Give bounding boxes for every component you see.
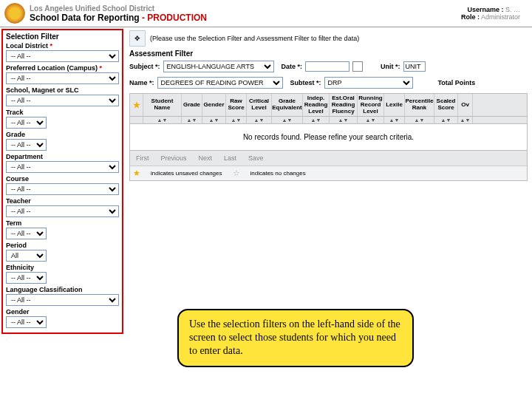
star-icon: ★ (133, 100, 140, 109)
sort-control[interactable]: ▲▼ (358, 117, 384, 123)
column-header[interactable]: Running Record Level (358, 94, 384, 116)
results-grid: ★Student NameGradeGenderRaw ScoreCritica… (129, 93, 528, 181)
instruction-callout: Use the selection filters on the left-ha… (177, 309, 414, 367)
column-header[interactable]: Student Name (143, 94, 182, 116)
selection-filter-panel: Selection Filter Local District *-- All … (1, 29, 123, 334)
district-name: Los Angeles Unified School District (30, 4, 461, 13)
filter-select-track[interactable]: -- All -- (6, 117, 47, 129)
filter-select-course[interactable]: -- All -- (6, 183, 119, 195)
filter-select-department[interactable]: -- All -- (6, 161, 119, 173)
filter-label: Grade (6, 131, 119, 138)
selection-filter-title: Selection Filter (6, 33, 119, 41)
filter-label: Department (6, 153, 119, 160)
filter-label: Local District * (6, 42, 119, 50)
assessment-row-1: Subject *: ENGLISH-LANGUAGE ARTS Date *:… (129, 61, 528, 72)
subtest-select[interactable]: DRP (324, 77, 413, 89)
district-logo (4, 3, 25, 24)
filter-select-term[interactable]: -- All -- (6, 228, 47, 239)
star-outline-icon: ☆ (233, 168, 240, 178)
content-area: ✥ (Please use the Selection Filter and A… (125, 27, 532, 335)
filter-select-teacher[interactable]: -- All -- (6, 205, 119, 217)
sort-control[interactable]: ▲▼ (384, 117, 405, 123)
column-header[interactable]: Ov (458, 94, 473, 116)
filter-label: Track (6, 109, 119, 116)
filter-label: Period (6, 242, 119, 249)
column-header[interactable]: Est.Oral Reading Fluency (330, 94, 358, 116)
date-label: Date *: (282, 63, 303, 70)
sort-control[interactable]: ▲▼ (405, 117, 434, 123)
sort-control[interactable]: ▲▼ (143, 117, 182, 123)
assessment-filter-title: Assessment Filter (129, 50, 528, 58)
column-header[interactable]: Indep. Reading Level (303, 94, 330, 116)
user-info: Username : S. … Role : Administrator (461, 6, 528, 21)
sort-control[interactable]: ▲▼ (272, 117, 303, 123)
filter-label: Term (6, 219, 119, 227)
pager-next[interactable]: Next (196, 154, 216, 163)
subject-select[interactable]: ENGLISH-LANGUAGE ARTS (163, 61, 274, 72)
sort-control[interactable]: ▲▼ (226, 117, 247, 123)
column-header[interactable]: Lexile (384, 94, 405, 116)
star-icon: ★ (133, 168, 140, 178)
subtest-label: Subtest *: (290, 79, 321, 86)
pager-first[interactable]: First (133, 154, 152, 163)
filter-label: Gender (6, 308, 119, 316)
sort-control[interactable]: ▲▼ (303, 117, 330, 123)
name-select[interactable]: DEGREES OF READING POWER (157, 77, 283, 89)
filter-select-grade[interactable]: -- All -- (6, 139, 47, 151)
env-label: - PRODUCTION (140, 13, 207, 23)
column-header[interactable]: Critical Level (247, 94, 272, 116)
filter-select-local-district[interactable]: -- All -- (6, 50, 119, 62)
filter-select-preferred-location-campus-[interactable]: -- All -- (6, 72, 119, 84)
sort-control[interactable]: ▲▼ (434, 117, 458, 123)
expand-collapse-icon[interactable]: ✥ (129, 30, 146, 47)
column-header[interactable]: Gender (202, 94, 226, 116)
date-input[interactable] (305, 61, 349, 72)
name-label: Name *: (129, 79, 154, 86)
sort-control[interactable]: ▲▼ (247, 117, 272, 123)
column-header[interactable]: Raw Score (226, 94, 247, 116)
header: Los Angeles Unified School District Scho… (0, 0, 532, 27)
column-header[interactable]: Scaled Score (434, 94, 458, 116)
filter-select-ethnicity[interactable]: -- All -- (6, 272, 47, 284)
filter-select-gender[interactable]: -- All -- (6, 316, 47, 328)
unit-label: Unit *: (381, 63, 400, 70)
assessment-row-2: Name *: DEGREES OF READING POWER Subtest… (129, 77, 528, 89)
pager: FirstPreviousNextLastSave (130, 150, 527, 166)
subject-label: Subject *: (129, 63, 160, 70)
unit-input[interactable] (403, 61, 426, 72)
filter-label: Teacher (6, 197, 119, 205)
sort-control[interactable]: ▲▼ (202, 117, 226, 123)
column-header[interactable]: Percentile Rank (405, 94, 434, 116)
filter-select-period[interactable]: All (6, 250, 47, 262)
filter-select-school-magnet-or-slc[interactable]: -- All -- (6, 95, 119, 106)
sort-control[interactable]: ▲▼ (182, 117, 202, 123)
pager-previous[interactable]: Previous (158, 154, 190, 163)
sort-control[interactable]: ▲▼ (330, 117, 358, 123)
total-points-label: Total Points (438, 79, 476, 86)
filter-select-language-classification[interactable]: -- All -- (6, 294, 119, 306)
column-header[interactable]: Grade (182, 94, 202, 116)
app-title: School Data for Reporting - PRODUCTION (30, 13, 461, 23)
filter-label: Preferred Location (Campus) * (6, 64, 119, 72)
legend: ★ indicates unsaved changes ☆ indicates … (130, 166, 527, 180)
filter-label: Language Classification (6, 286, 119, 293)
column-header[interactable]: Grade Equivalent (272, 94, 303, 116)
filter-label: School, Magnet or SLC (6, 86, 119, 94)
filter-label: Ethnicity (6, 264, 119, 271)
no-records-message: No records found. Please refine your sea… (130, 124, 527, 150)
filter-hint: (Please use the Selection Filter and Ass… (150, 35, 359, 42)
pager-save[interactable]: Save (245, 154, 267, 163)
pager-last[interactable]: Last (221, 154, 239, 163)
sort-control[interactable]: ▲▼ (458, 117, 473, 123)
calendar-icon[interactable] (352, 61, 363, 72)
filter-label: Course (6, 175, 119, 183)
